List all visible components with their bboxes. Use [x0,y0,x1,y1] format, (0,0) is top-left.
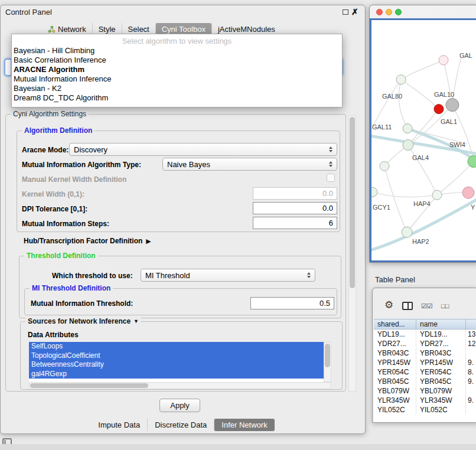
table-row[interactable]: YDR27...YDR27...12 [374,339,476,348]
network-node[interactable] [396,75,406,84]
attributes-vertical-scrollbar[interactable] [324,342,331,382]
dropdown-item-selected[interactable]: ARACNE Algorithm [12,65,342,74]
network-node[interactable] [380,161,389,171]
node-label: GAL80 [382,93,402,100]
cell: YBR045C [374,377,416,386]
threshold-definition-group: Threshold Definition Which threshold to … [19,256,341,318]
network-node[interactable] [402,227,412,237]
which-threshold-value: MI Threshold [145,271,304,280]
dropdown-item[interactable]: Mutual Information Inference [12,74,342,84]
hub-definition-label: Hub/Transcription Factor Definition [24,237,142,245]
minimize-traffic-light[interactable] [386,9,392,15]
scrollbar-thumb[interactable] [350,117,355,288]
table-row[interactable]: YBR045CYBR045C9. [374,377,476,386]
dropdown-item[interactable]: Dream8 DC_TDC Algorithm [12,93,342,103]
network-node[interactable] [371,187,377,197]
cell: 12 [466,339,476,348]
cell: YPR145W [416,358,466,367]
which-threshold-select[interactable]: MI Threshold [141,269,315,282]
dpi-tolerance-field[interactable]: 0.0 [253,202,337,214]
column-header-partial[interactable] [466,319,476,329]
manual-kernel-label: Manual Kernel Width Definition [22,175,126,184]
node-label: GAL [459,52,472,59]
cell: YBR043C [374,348,416,358]
aracne-mode-select[interactable]: Discovery [69,143,337,156]
close-traffic-light[interactable] [376,9,383,15]
column-header-shared-name[interactable]: shared... [374,319,416,329]
cell: YLR345W [374,396,416,405]
network-node[interactable] [403,124,412,133]
attribute-item-selected[interactable]: BetweennessCentrality [29,360,324,370]
combo-arrows-icon [326,161,335,167]
node-label: HAP4 [413,200,431,207]
node-label: GAL1 [441,118,457,125]
deselect-all-checkboxes-icon[interactable]: □□ [441,302,449,310]
cell: YBL079W [374,386,416,396]
column-header-name[interactable]: name [416,319,466,329]
mi-threshold-title: MI Threshold Definition [30,284,113,292]
attributes-horizontal-scrollbar[interactable] [29,382,331,389]
mi-steps-label: Mutual Information Steps: [22,220,109,228]
table-row[interactable]: YDL19...YDL19...13 [374,330,476,339]
dpi-tolerance-label: DPI Tolerance [0,1]: [22,205,87,213]
network-node[interactable] [439,56,448,65]
attribute-item-selected[interactable]: gal4RGexp [29,370,324,379]
sources-group-title[interactable]: Sources for Network Inference ▼ [25,317,141,325]
group-title-text: Algorithm Definition [24,126,92,135]
attribute-item-selected[interactable]: TopologicalCoefficient [29,351,324,361]
tab-infer-network[interactable]: Infer Network [214,419,274,431]
desktop: Control Panel ✗ Network Style Select Cyn… [0,0,476,450]
dropdown-item[interactable]: Bayesian - Hill Climbing [12,46,342,56]
network-canvas[interactable]: GAL GAL80 GAL10 GAL11 GAL1 SWI4 GAL4 GCY… [370,18,476,262]
group-title-text: Sources for Network Inference [28,317,131,325]
table-row[interactable]: YBR043CYBR043C [374,348,476,358]
settings-scrollbar[interactable] [348,115,356,392]
dropdown-item[interactable]: Bayesian - K2 [12,84,342,93]
bottom-tabs: Impute Data Discretize Data Infer Networ… [1,419,365,431]
algorithm-definition-group: Algorithm Definition Aracne Mode: Discov… [17,131,340,232]
network-node-gray[interactable] [446,99,459,112]
tab-discretize-data[interactable]: Discretize Data [147,419,214,431]
column-chooser-icon[interactable] [402,302,413,310]
scrollbar-thumb[interactable] [30,383,148,388]
attribute-item-selected[interactable]: SelfLoops [29,342,324,351]
network-node[interactable] [403,140,413,151]
node-label: GAL10 [434,91,454,98]
cell: YBR043C [416,348,466,358]
node-label: GCY1 [373,204,390,211]
zoom-traffic-light[interactable] [395,9,402,15]
group-title-text: Threshold Definition [27,252,96,260]
network-node-pink[interactable] [462,187,474,198]
kernel-width-field[interactable]: 0.0 [253,187,337,200]
network-node[interactable] [432,190,442,200]
table-row[interactable]: YBL079WYBL079W [374,386,476,396]
close-window-icon[interactable]: ✗ [351,6,358,17]
mi-type-select[interactable]: Naive Bayes [162,158,337,171]
mi-steps-field[interactable]: 6 [253,217,337,229]
apply-button[interactable]: Apply [159,399,200,412]
dropdown-item[interactable]: Basic Correlation Inference [12,56,342,65]
scrollbar-thumb[interactable] [325,344,330,367]
cell: YER054C [374,367,416,377]
hub-definition-expander[interactable]: Hub/Transcription Factor Definition ▶ [24,237,151,245]
cell: YDR27... [374,339,416,348]
mi-threshold-field[interactable]: 0.5 [250,297,334,309]
gear-icon[interactable]: ⚙ [384,300,393,311]
table-row[interactable]: YPR145WYPR145W9. [374,358,476,367]
select-all-checkboxes-icon[interactable]: ☑☑ [421,302,433,310]
tab-impute-data[interactable]: Impute Data [91,419,147,431]
mi-threshold-label: Mutual Information Threshold: [31,299,133,308]
table-row[interactable]: YIL052CYIL052C [374,405,476,415]
manual-kernel-checkbox[interactable] [327,174,335,182]
cell [466,405,476,415]
control-panel-window: Control Panel ✗ Network Style Select Cyn… [0,5,366,434]
table-row[interactable]: YER054CYER054C8. [374,367,476,377]
expand-right-icon: ▶ [146,237,151,245]
network-view-window: GAL GAL80 GAL10 GAL11 GAL1 SWI4 GAL4 GCY… [369,5,476,263]
table-row[interactable]: YLR345WYLR345W9. [374,396,476,405]
collapse-down-icon: ▼ [133,318,139,324]
float-window-icon[interactable] [343,9,348,15]
tab-label: Style [99,25,116,34]
data-attributes-label: Data Attributes [28,331,79,339]
network-node-red[interactable] [434,105,444,114]
